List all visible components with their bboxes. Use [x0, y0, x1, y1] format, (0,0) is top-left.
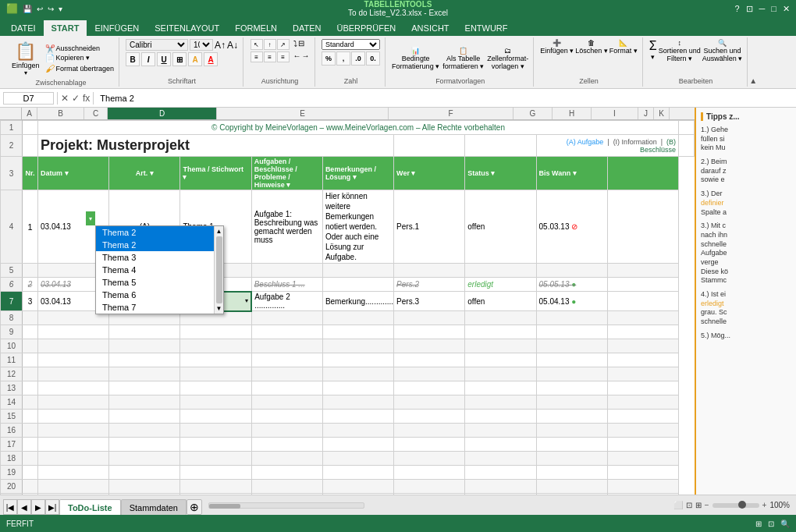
align-right-btn[interactable]: ≡: [277, 51, 290, 62]
dropdown-item-0[interactable]: Thema 2: [96, 226, 223, 239]
restore-btn[interactable]: ⊡: [746, 4, 753, 14]
increase-font-btn[interactable]: A↑: [215, 40, 226, 51]
tab-nav-first[interactable]: |◀: [3, 499, 17, 515]
zoom-out-btn[interactable]: −: [705, 501, 709, 509]
tab-ueberpruefen[interactable]: ÜBERPRÜFEN: [329, 20, 403, 36]
cell-nr-6[interactable]: 2: [23, 278, 38, 292]
number-format-select[interactable]: Standard: [322, 39, 380, 50]
cell-aufgaben-6[interactable]: Beschluss 1 ...: [251, 278, 322, 292]
sortieren-btn[interactable]: ↕️ Sortieren und Filtern ▾: [659, 39, 701, 77]
dropdown-item-5[interactable]: Thema 6: [96, 289, 223, 301]
bold-btn[interactable]: B: [126, 52, 140, 66]
decrease-font-btn[interactable]: A↓: [227, 40, 238, 51]
cell-g5[interactable]: [394, 264, 465, 278]
cell-biswann-1[interactable]: 05.03.13 ⊘: [536, 190, 607, 264]
merge-btn[interactable]: ⊟: [298, 39, 304, 50]
cell-wer-7[interactable]: Pers.3: [394, 292, 465, 311]
horizontal-scrollbar[interactable]: [208, 502, 364, 509]
font-size-select[interactable]: 10: [190, 39, 213, 51]
formula-input[interactable]: Thema 2: [97, 94, 793, 103]
col-header-G[interactable]: G: [513, 108, 553, 119]
ribbon-expand-btn[interactable]: ▲: [749, 37, 757, 87]
col-header-K[interactable]: K: [654, 108, 670, 119]
cell-a2[interactable]: [23, 135, 38, 157]
scroll-up-icon[interactable]: ▲: [216, 228, 222, 235]
col-header-D[interactable]: D: [108, 108, 217, 119]
insert-function-icon[interactable]: fx: [83, 93, 90, 104]
sheet-tab-todo[interactable]: ToDo-Liste: [59, 499, 121, 515]
insert-cells-btn[interactable]: ➕ Einfügen ▾: [540, 39, 574, 77]
align-left-btn[interactable]: ≡: [251, 51, 263, 62]
col-header-I[interactable]: I: [592, 108, 638, 119]
sheet-tab-stammdaten[interactable]: Stammdaten: [121, 499, 187, 515]
cell-k1[interactable]: [679, 121, 695, 135]
align-top-center-btn[interactable]: ↑: [264, 39, 276, 50]
tab-seitenlayout[interactable]: SEITENLAYOUT: [147, 20, 227, 36]
italic-btn[interactable]: I: [141, 52, 155, 66]
minimize-btn[interactable]: ─: [759, 4, 766, 13]
cell-a5[interactable]: [23, 264, 38, 278]
col-header-B[interactable]: B: [37, 108, 84, 119]
cell-extra-7[interactable]: [607, 292, 678, 311]
underline-btn[interactable]: U: [157, 52, 171, 66]
confirm-formula-icon[interactable]: ✓: [72, 93, 80, 104]
col-header-C[interactable]: C: [84, 108, 108, 119]
tab-ansicht[interactable]: ANSICHT: [403, 20, 457, 36]
cell-wer-6[interactable]: Pers.2: [394, 278, 465, 292]
comma-btn[interactable]: ,: [336, 51, 350, 66]
suchen-btn[interactable]: 🔍 Suchen und Auswählen ▾: [702, 39, 743, 77]
zellen-formatvorlagen-btn[interactable]: 🗂 Zellenformat- vorlagen ▾: [487, 47, 528, 70]
col-header-E[interactable]: E: [217, 108, 389, 119]
tab-einfuegen[interactable]: EINFÜGEN: [87, 20, 147, 36]
close-btn[interactable]: ✕: [783, 4, 790, 14]
cell-biswann-6[interactable]: 05.05.13 ●: [536, 278, 607, 292]
format-uebertragen-btn[interactable]: 🖌Format übertragen: [45, 63, 115, 74]
cell-extra-1[interactable]: [607, 190, 678, 264]
dropdown-item-2[interactable]: Thema 3: [96, 251, 223, 264]
tab-datei[interactable]: DATEI: [3, 20, 44, 36]
qat-dropdown-icon[interactable]: ▾: [59, 5, 62, 13]
bedingte-formatierung-btn[interactable]: 📊 Bedingte Formatierung ▾: [392, 47, 439, 70]
align-top-right-btn[interactable]: ↗: [277, 39, 290, 50]
ausschneiden-btn[interactable]: ✂️Ausschneiden: [45, 44, 115, 53]
delete-cells-btn[interactable]: 🗑 Löschen ▾: [575, 39, 608, 77]
tab-nav-prev[interactable]: ◀: [17, 499, 31, 515]
cell-h2[interactable]: [465, 135, 536, 157]
dropdown-cell-arrow[interactable]: ▾: [86, 211, 95, 225]
dropdown-item-3[interactable]: Thema 4: [96, 264, 223, 276]
cell-i5[interactable]: [536, 264, 607, 278]
percent-btn[interactable]: %: [322, 51, 336, 66]
cell-bemerkungen-6[interactable]: [322, 278, 393, 292]
cell-e5[interactable]: [251, 264, 322, 278]
cell-status-1[interactable]: offen: [465, 190, 536, 264]
format-cells-btn[interactable]: 📐 Format ▾: [609, 39, 638, 77]
tab-nav-next[interactable]: ▶: [31, 499, 45, 515]
dropdown-item-1[interactable]: Thema 2: [96, 239, 223, 251]
add-sheet-btn[interactable]: ⊕: [187, 499, 202, 515]
cell-nr-7[interactable]: 3: [23, 292, 38, 311]
dropdown-item-4[interactable]: Thema 5: [96, 276, 223, 289]
kopieren-btn[interactable]: 📄Kopieren ▾: [45, 54, 115, 62]
col-header-F[interactable]: F: [389, 108, 513, 119]
align-top-left-btn[interactable]: ↖: [251, 39, 263, 50]
dropdown-arrow-icon[interactable]: ▾: [245, 297, 248, 304]
dropdown-item-6[interactable]: Thema 7: [96, 301, 223, 314]
cell-k2[interactable]: [679, 135, 695, 157]
fill-color-btn[interactable]: A: [188, 52, 202, 66]
tab-formeln[interactable]: FORMELN: [227, 20, 285, 36]
font-name-select[interactable]: Calibri: [126, 39, 188, 51]
dropdown-scrollbar[interactable]: ▲ ▼: [214, 226, 223, 314]
border-btn[interactable]: ⊞: [172, 52, 187, 66]
align-center-btn[interactable]: ≡: [264, 51, 276, 62]
name-box[interactable]: D7: [3, 92, 54, 105]
qat-save-icon[interactable]: 💾: [23, 5, 32, 13]
cell-bemerkungen-7[interactable]: Bemerkung..............: [322, 292, 393, 311]
cell-wer-1[interactable]: Pers.1: [394, 190, 465, 264]
dec-dec-btn[interactable]: 0.: [366, 51, 380, 66]
qat-redo-icon[interactable]: ↪: [48, 5, 54, 13]
dec-inc-btn[interactable]: .0: [351, 51, 365, 66]
einfuegen-button[interactable]: 📋 Einfügen ▾: [8, 39, 44, 79]
col-header-A[interactable]: A: [22, 108, 37, 119]
cancel-formula-icon[interactable]: ✕: [61, 93, 69, 104]
wrap-text-btn[interactable]: ⤵: [293, 39, 297, 50]
